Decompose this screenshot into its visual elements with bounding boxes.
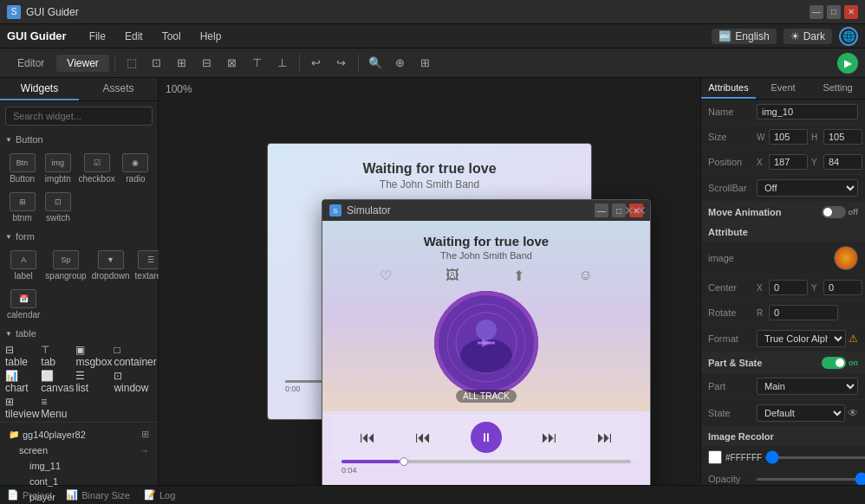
tree-screen[interactable]: screen → [5, 443, 153, 458]
widget-chart[interactable]: 📊 chart [5, 370, 39, 394]
tool-btn-4[interactable]: ⊟ [196, 52, 218, 74]
x-label: X [757, 158, 767, 167]
play-button[interactable]: ▶ [837, 53, 858, 74]
name-input[interactable] [757, 104, 858, 120]
simulator-window[interactable]: S Simulator — □ ✕ Waiting for true love … [322, 199, 651, 485]
widget-menu[interactable]: ≡ Menu [41, 396, 74, 420]
tree-action-icon[interactable]: ⊞ [141, 429, 149, 440]
part-select[interactable]: Main Selected [757, 378, 858, 395]
widget-label[interactable]: A label [5, 247, 42, 284]
tab-attributes[interactable]: Attributes [701, 78, 756, 99]
section-button[interactable]: Button [0, 131, 158, 148]
widget-container[interactable]: □ container [114, 344, 156, 368]
status-log[interactable]: 📝 Log [144, 489, 175, 501]
sim-prev-btn[interactable]: ⏮ [360, 429, 375, 447]
tool-btn-1[interactable]: ⬚ [120, 52, 143, 74]
widget-table[interactable]: ⊟ table [5, 344, 39, 368]
section-form[interactable]: form [0, 228, 158, 245]
tool-btn-7[interactable]: ⊥ [271, 52, 294, 74]
move-animation-toggle[interactable] [822, 206, 846, 218]
menu-edit[interactable]: Edit [116, 29, 152, 44]
tool-btn-2[interactable]: ⊡ [146, 52, 168, 74]
width-input[interactable] [769, 129, 808, 145]
tab-event[interactable]: Event [756, 78, 810, 99]
widget-tileview[interactable]: ⊞ tileview [5, 396, 39, 420]
theme-button[interactable]: ☀ Dark [784, 29, 832, 44]
state-select[interactable]: Default Focused Pressed [757, 404, 845, 422]
minimize-button[interactable]: — [810, 5, 823, 19]
project-name: gg140player82 [23, 430, 86, 440]
tab-widgets[interactable]: Widgets [0, 78, 79, 100]
widget-radio[interactable]: ◉ radio [119, 150, 153, 187]
widget-imgbtn[interactable]: img imgbtn [41, 150, 75, 187]
tab-viewer[interactable]: Viewer [56, 55, 108, 72]
sim-image-icon[interactable]: 🖼 [446, 268, 459, 284]
opacity-slider[interactable] [757, 478, 865, 481]
zoom-in-button[interactable]: ⊕ [389, 52, 412, 74]
sim-heart-icon[interactable]: ♡ [380, 268, 392, 284]
sim-play-pause-btn[interactable]: ⏸ [471, 422, 502, 453]
tree-img11[interactable]: img_11 [5, 458, 153, 474]
recolor-slider[interactable] [765, 456, 865, 459]
section-table[interactable]: table [0, 325, 158, 342]
undo-button[interactable]: ↩ [305, 52, 328, 74]
tab-setting[interactable]: Setting [810, 78, 865, 99]
sim-x1-icon[interactable]: ✕ [624, 204, 634, 217]
cx-input[interactable] [769, 280, 808, 295]
status-project[interactable]: 📄 Project [7, 489, 52, 501]
menu-help[interactable]: Help [192, 29, 231, 44]
tool-btn-6[interactable]: ⊤ [246, 52, 269, 74]
tree-cont1[interactable]: cont_1 [5, 474, 153, 489]
globe-button[interactable]: 🌐 [839, 27, 858, 46]
y-input[interactable] [823, 154, 862, 170]
close-button[interactable]: ✕ [844, 5, 858, 19]
widget-btnm[interactable]: ⊞ btnm [5, 189, 39, 226]
widget-calendar[interactable]: 📅 calendar [5, 286, 42, 323]
tool-btn-3[interactable]: ⊞ [171, 52, 193, 74]
sim-progress-bar[interactable] [341, 460, 631, 463]
widget-list[interactable]: ☰ list [75, 370, 112, 394]
tab-editor[interactable]: Editor [7, 55, 55, 72]
image-preview[interactable] [834, 246, 858, 270]
widget-dropdown[interactable]: ▼ dropdown [90, 247, 132, 284]
recolor-swatch[interactable] [708, 450, 722, 464]
sim-forward-btn[interactable]: ⏭ [542, 429, 557, 447]
sim-next-btn[interactable]: ⏭ [597, 429, 613, 447]
toggle-thumb [823, 208, 832, 216]
widget-window[interactable]: ⊡ window [114, 370, 156, 394]
sim-smile-icon[interactable]: ☺ [579, 268, 593, 284]
tool-btn-5[interactable]: ⊠ [221, 52, 244, 74]
widget-checkbox[interactable]: ☑ checkbox [77, 150, 117, 187]
zoom-out-button[interactable]: 🔍 [364, 52, 387, 74]
language-button[interactable]: 🔤 English [712, 29, 776, 44]
cy-input[interactable] [823, 280, 862, 295]
widget-msgbox[interactable]: ▣ msgbox [75, 344, 112, 368]
sim-share-icon[interactable]: ⬆ [513, 268, 524, 284]
sim-x2-icon[interactable]: ✕ [636, 204, 647, 217]
redo-button[interactable]: ↪ [330, 52, 353, 74]
part-state-toggle[interactable] [822, 357, 846, 369]
format-select[interactable]: True Color Alpha True Color Indexed 4-bi… [757, 330, 846, 347]
state-eye-icon[interactable]: 👁 [848, 407, 858, 419]
status-binary-size[interactable]: 📊 Binary Size [66, 489, 130, 501]
search-input[interactable] [5, 107, 153, 126]
widget-canvas[interactable]: ⬜ canvas [41, 370, 74, 394]
menu-tool[interactable]: Tool [153, 29, 190, 44]
sim-minimize-btn[interactable]: — [595, 204, 608, 217]
tree-nav-icon[interactable]: → [140, 445, 149, 456]
x-input[interactable] [769, 154, 808, 170]
scrollbar-select[interactable]: Off On Auto [757, 179, 858, 197]
widget-button[interactable]: Btn Button [5, 150, 39, 187]
rotate-input[interactable] [769, 305, 838, 320]
sim-rewind-btn[interactable]: ⏮ [415, 429, 431, 447]
widget-spangroup[interactable]: Sp spangroup [43, 247, 88, 284]
tree-project[interactable]: 📁 gg140player82 ⊞ [5, 426, 153, 443]
tool-btn-export[interactable]: ⊞ [414, 52, 437, 74]
height-input[interactable] [823, 129, 862, 145]
maximize-button[interactable]: □ [827, 5, 841, 19]
widget-tab[interactable]: ⊤ tab [41, 344, 74, 368]
menu-file[interactable]: File [81, 29, 114, 44]
tab-assets[interactable]: Assets [79, 78, 158, 100]
sim-progress-handle[interactable] [400, 457, 408, 466]
widget-switch[interactable]: ⊡ switch [41, 189, 75, 226]
